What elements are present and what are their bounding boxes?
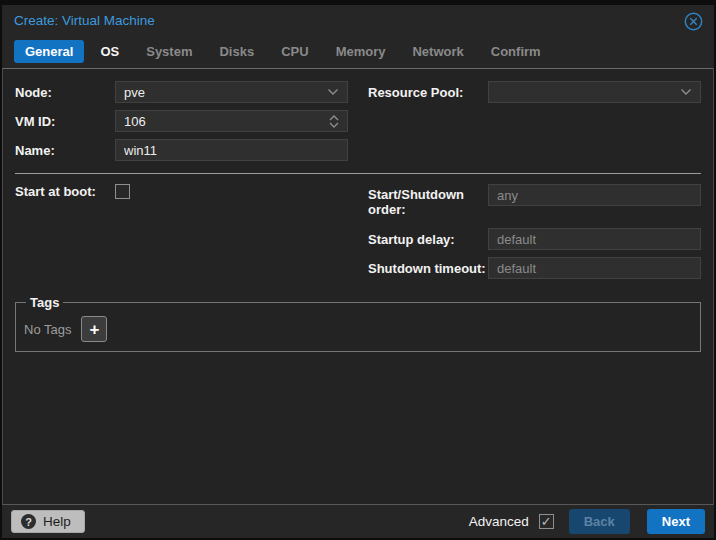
spinner-up-down-icon[interactable] [329, 115, 339, 128]
tags-row: No Tags + [24, 314, 692, 342]
tab-general[interactable]: General [14, 40, 84, 63]
plus-icon: + [90, 321, 100, 338]
start-at-boot-label: Start at boot: [15, 184, 115, 199]
startup-delay-label: Startup delay: [368, 232, 488, 247]
startup-left-column: Start at boot: [15, 184, 348, 279]
resource-pool-row: Resource Pool: [368, 81, 701, 103]
start-at-boot-checkbox[interactable] [115, 184, 130, 199]
vm-id-label: VM ID: [15, 114, 115, 129]
startup-delay-input[interactable] [488, 228, 701, 250]
shutdown-timeout-input[interactable] [488, 257, 701, 279]
startup-right-column: Start/Shutdown order: Startup delay: Shu… [368, 184, 701, 279]
dialog-title: Create: Virtual Machine [14, 13, 155, 28]
tab-memory: Memory [325, 40, 397, 63]
help-icon: ? [21, 514, 36, 529]
no-tags-text: No Tags [24, 322, 71, 337]
next-button[interactable]: Next [647, 509, 705, 534]
vm-id-row: VM ID: 106 [15, 110, 348, 132]
chevron-down-icon [327, 88, 339, 96]
resource-pool-label: Resource Pool: [368, 85, 488, 100]
node-row: Node: pve [15, 81, 348, 103]
node-combobox[interactable]: pve [115, 81, 348, 103]
add-tag-button[interactable]: + [81, 316, 107, 342]
shutdown-timeout-label: Shutdown timeout: [368, 261, 488, 276]
identity-section: Node: pve VM ID: 106 [15, 81, 701, 161]
startup-order-label: Start/Shutdown order: [368, 184, 488, 217]
advanced-label: Advanced [469, 514, 529, 529]
help-button-label: Help [43, 514, 71, 529]
start-at-boot-row: Start at boot: [15, 184, 348, 199]
startup-delay-row: Startup delay: [368, 228, 701, 250]
vm-id-value: 106 [124, 114, 146, 129]
tab-system: System [135, 40, 203, 63]
create-vm-dialog: Create: Virtual Machine General OS Syste… [0, 0, 716, 540]
startup-order-row: Start/Shutdown order: [368, 184, 701, 217]
tab-os[interactable]: OS [89, 40, 130, 63]
tags-fieldset: Tags No Tags + [15, 295, 701, 352]
dialog-titlebar: Create: Virtual Machine [2, 5, 714, 35]
startup-order-input[interactable] [488, 184, 701, 206]
form-panel: Node: pve VM ID: 106 [2, 68, 714, 505]
chevron-down-icon [680, 88, 692, 96]
shutdown-timeout-row: Shutdown timeout: [368, 257, 701, 279]
tab-disks: Disks [208, 40, 265, 63]
wizard-tabs: General OS System Disks CPU Memory Netwo… [2, 35, 714, 68]
name-row: Name: [15, 139, 348, 161]
startup-section: Start at boot: Start/Shutdown order: Sta… [15, 184, 701, 279]
tab-network: Network [401, 40, 474, 63]
advanced-checkbox[interactable] [539, 514, 554, 529]
close-icon[interactable] [684, 12, 703, 31]
tab-cpu: CPU [270, 40, 319, 63]
node-label: Node: [15, 85, 115, 100]
identity-left-column: Node: pve VM ID: 106 [15, 81, 348, 161]
footer-actions: Advanced Back Next [469, 509, 705, 534]
section-separator [15, 173, 701, 174]
name-input[interactable] [115, 139, 348, 161]
identity-right-column: Resource Pool: [368, 81, 701, 161]
tags-legend: Tags [26, 295, 63, 310]
back-button[interactable]: Back [569, 509, 630, 534]
footer-toolbar: ? Help Advanced Back Next [2, 505, 714, 538]
name-label: Name: [15, 143, 115, 158]
tab-confirm: Confirm [480, 40, 552, 63]
help-button[interactable]: ? Help [11, 510, 85, 533]
node-value: pve [124, 85, 145, 100]
vm-id-spinner[interactable]: 106 [115, 110, 348, 132]
resource-pool-combobox[interactable] [488, 81, 701, 103]
